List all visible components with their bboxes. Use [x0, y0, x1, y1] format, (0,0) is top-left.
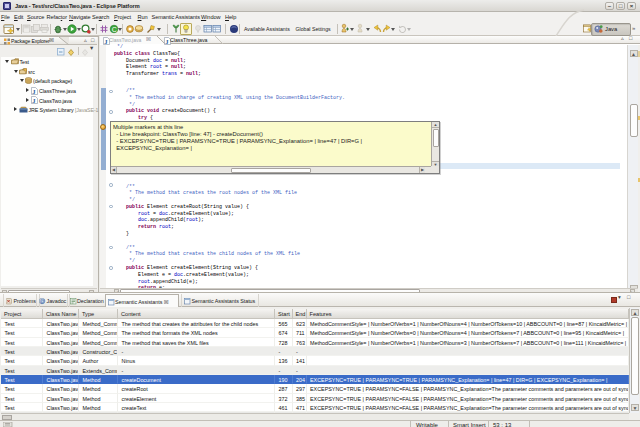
svg-text:C: C — [112, 25, 117, 32]
svg-text:@: @ — [40, 298, 46, 304]
